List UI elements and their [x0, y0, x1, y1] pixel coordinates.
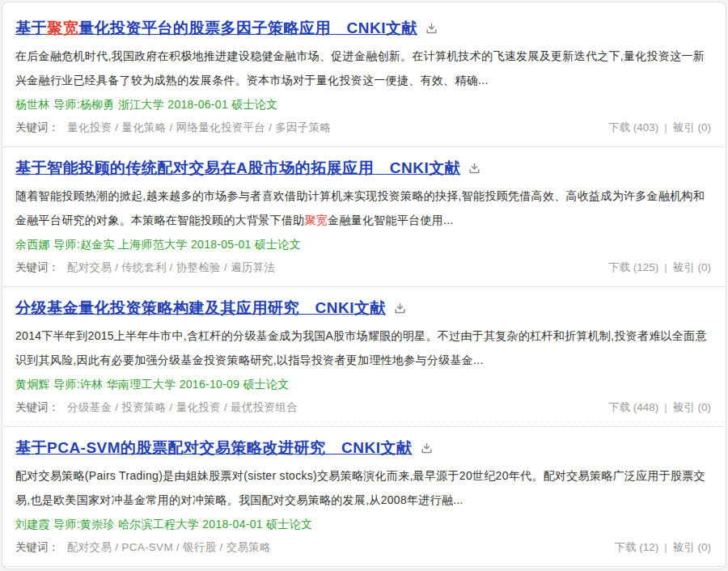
- keywords-list: 量化投资 / 量化策略 / 网络量化投资平台 / 多因子策略: [67, 121, 331, 133]
- result-abstract: 随着智能投顾热潮的掀起,越来越多的市场参与者喜欢借助计算机来实现投资策略的抉择,…: [15, 184, 713, 232]
- result-author-line: 刘建霞 导师:黄崇珍 哈尔滨工程大学 2018-04-01 硕士论文: [15, 515, 713, 533]
- stats-divider: |: [664, 541, 667, 553]
- download-icon[interactable]: [393, 302, 407, 315]
- cited-stat: 被引 (0): [673, 261, 711, 273]
- download-stat: 下载 (12): [614, 541, 658, 553]
- result-title-link[interactable]: 基于PCA-SVM的股票配对交易策略改进研究 CNKI文献: [15, 437, 413, 459]
- result-abstract: 配对交易策略(Pairs Trading)是由姐妹股票对(sister stoc…: [15, 463, 713, 512]
- result-footer: 关键词：配对交易 / 传统套利 / 协整检验 / 遍历算法 下载 (125)|被…: [15, 258, 713, 277]
- result-stats: 下载 (448)|被引 (0): [608, 399, 713, 417]
- result-author-line: 杨世林 导师:杨柳勇 浙江大学 2018-06-01 硕士论文: [15, 95, 713, 113]
- download-stat: 下载 (448): [608, 401, 658, 413]
- result-title: 基于智能投顾的传统配对交易在A股市场的拓展应用 CNKI文献: [15, 157, 713, 179]
- result-abstract: 2014下半年到2015上半年牛市中,含杠杆的分级基金成为我国A股市场耀眼的明星…: [15, 324, 713, 372]
- result-stats: 下载 (125)|被引 (0): [608, 259, 713, 277]
- keywords-label: 关键词：: [15, 261, 59, 273]
- results-list: 基于聚宽量化投资平台的股票多因子策略应用 CNKI文献 在后金融危机时代,我国政…: [2, 7, 726, 567]
- cited-stat: 被引 (0): [673, 541, 711, 553]
- result-stats: 下载 (12)|被引 (0): [614, 539, 713, 556]
- keywords-row: 关键词：配对交易 / PCA-SVM / 银行股 / 交易策略: [15, 538, 271, 556]
- result-footer: 关键词：配对交易 / PCA-SVM / 银行股 / 交易策略 下载 (12)|…: [15, 538, 713, 556]
- keywords-row: 关键词：量化投资 / 量化策略 / 网络量化投资平台 / 多因子策略: [15, 118, 331, 137]
- keywords-list: 配对交易 / 传统套利 / 协整检验 / 遍历算法: [67, 261, 275, 273]
- stats-divider: |: [664, 121, 667, 133]
- result-title: 分级基金量化投资策略构建及其应用研究 CNKI文献: [15, 297, 713, 319]
- result-footer: 关键词：量化投资 / 量化策略 / 网络量化投资平台 / 多因子策略 下载 (4…: [15, 118, 713, 137]
- download-icon[interactable]: [420, 442, 434, 455]
- search-result-card: 基于智能投顾的传统配对交易在A股市场的拓展应用 CNKI文献 随着智能投顾热潮的…: [4, 147, 724, 287]
- keywords-list: 分级基金 / 投资策略 / 量化投资 / 最优投资组合: [67, 401, 298, 413]
- result-title: 基于PCA-SVM的股票配对交易策略改进研究 CNKI文献: [15, 437, 713, 459]
- search-result-card: 分级基金量化投资策略构建及其应用研究 CNKI文献 2014下半年到2015上半…: [4, 287, 724, 427]
- result-footer: 关键词：分级基金 / 投资策略 / 量化投资 / 最优投资组合 下载 (448)…: [15, 398, 713, 417]
- keywords-row: 关键词：配对交易 / 传统套利 / 协整检验 / 遍历算法: [15, 258, 275, 277]
- result-title-link[interactable]: 基于智能投顾的传统配对交易在A股市场的拓展应用 CNKI文献: [15, 157, 460, 179]
- keywords-label: 关键词：: [15, 401, 59, 413]
- keywords-label: 关键词：: [15, 541, 59, 553]
- result-abstract: 在后金融危机时代,我国政府在积极地推进建设稳健金融市场、促进金融创新。在计算机技…: [15, 44, 713, 92]
- result-title-link[interactable]: 基于聚宽量化投资平台的股票多因子策略应用 CNKI文献: [15, 17, 417, 39]
- keywords-row: 关键词：分级基金 / 投资策略 / 量化投资 / 最优投资组合: [15, 398, 298, 417]
- download-icon[interactable]: [425, 22, 438, 36]
- stats-divider: |: [664, 401, 667, 413]
- download-icon[interactable]: [468, 162, 481, 176]
- result-author-line: 余西娜 导师:赵金实 上海师范大学 2018-05-01 硕士论文: [15, 235, 713, 253]
- result-stats: 下载 (403)|被引 (0): [608, 119, 713, 137]
- search-result-card: 基于聚宽量化投资平台的股票多因子策略应用 CNKI文献 在后金融危机时代,我国政…: [4, 7, 724, 147]
- download-stat: 下载 (125): [608, 261, 658, 273]
- result-title-link[interactable]: 分级基金量化投资策略构建及其应用研究 CNKI文献: [15, 297, 386, 319]
- result-author-line: 黄炯辉 导师:许林 华南理工大学 2016-10-09 硕士论文: [15, 375, 713, 393]
- search-results-container: 基于聚宽量化投资平台的股票多因子策略应用 CNKI文献 在后金融危机时代,我国政…: [2, 2, 726, 569]
- download-stat: 下载 (403): [608, 121, 658, 133]
- search-result-card: 基于PCA-SVM的股票配对交易策略改进研究 CNKI文献 配对交易策略(Pai…: [4, 427, 724, 567]
- cited-stat: 被引 (0): [673, 121, 711, 133]
- stats-divider: |: [664, 261, 667, 273]
- result-title: 基于聚宽量化投资平台的股票多因子策略应用 CNKI文献: [15, 17, 713, 39]
- keywords-list: 配对交易 / PCA-SVM / 银行股 / 交易策略: [67, 541, 271, 553]
- keywords-label: 关键词：: [15, 121, 59, 133]
- cited-stat: 被引 (0): [673, 401, 711, 413]
